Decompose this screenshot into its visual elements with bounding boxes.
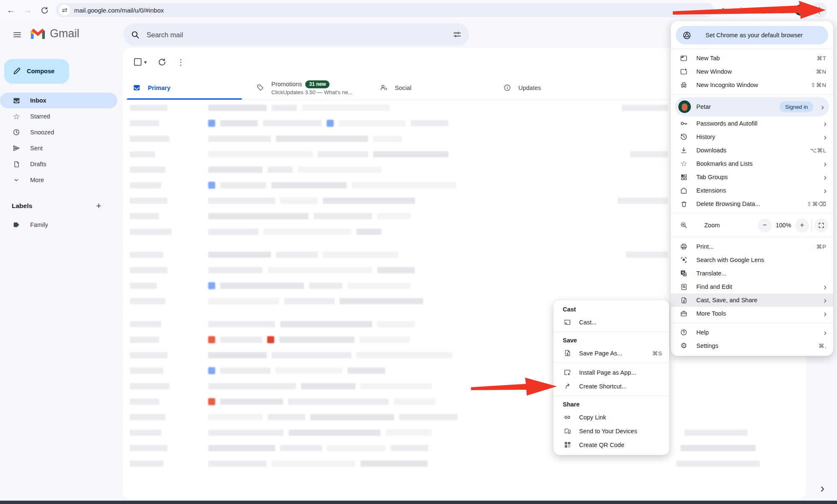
key-icon [679, 120, 688, 127]
zoom-in-button[interactable]: + [795, 219, 809, 232]
primary-tab-icon [132, 84, 141, 92]
menu-item-new-window[interactable]: New Window ⌘N [671, 65, 833, 78]
back-button[interactable]: ← [5, 4, 17, 16]
forward-button[interactable]: → [22, 4, 33, 16]
chevron-down-icon [12, 177, 21, 183]
address-bar[interactable]: mail.google.com/mail/u/0/#inbox [56, 3, 714, 17]
menu-item-help[interactable]: Help › [671, 326, 833, 339]
menu-item-delete-browsing-data[interactable]: Delete Browsing Data... ⇧⌘⌫ [671, 197, 833, 211]
menu-item-history[interactable]: History › [671, 130, 833, 144]
menu-item-passwords-autofill[interactable]: Passwords and Autofill › [671, 117, 833, 130]
menu-item-new-incognito-window[interactable]: New Incognito Window ⇧⌘N [671, 78, 833, 92]
sidebar-item-sent[interactable]: Sent [0, 140, 117, 156]
search-bar[interactable] [124, 23, 469, 46]
briefcase-icon [679, 310, 688, 317]
email-row[interactable] [123, 394, 806, 409]
next-page-button[interactable]: › [814, 480, 831, 496]
menu-item-find-and-edit[interactable]: Find and Edit › [671, 280, 833, 293]
sidebar-item-starred[interactable]: ☆ Starred [0, 108, 117, 124]
menu-item-search-google-lens[interactable]: Search with Google Lens [671, 253, 833, 267]
puzzle-icon [679, 187, 688, 194]
sidebar-item-drafts[interactable]: Drafts [0, 156, 117, 172]
sidebar-label-family[interactable]: Family [0, 217, 113, 233]
extension-button-1[interactable] [757, 4, 769, 16]
menu-item-print[interactable]: Print... ⌘P [671, 240, 833, 253]
menu-item-extensions[interactable]: Extensions › [671, 184, 833, 197]
submenu-item-create-shortcut[interactable]: Create Shortcut... [554, 379, 669, 393]
email-row[interactable] [123, 409, 806, 425]
gmail-logo-text: Gmail [50, 27, 80, 40]
email-row[interactable] [123, 456, 806, 471]
tab-social[interactable]: Social [370, 76, 493, 100]
menu-item-tab-groups[interactable]: Tab Groups › [671, 170, 833, 184]
submenu-item-cast[interactable]: Cast... [554, 315, 669, 329]
bookmark-star-icon: ☆ [737, 5, 745, 15]
create-label-button[interactable]: + [96, 201, 101, 211]
menu-item-new-tab[interactable]: New Tab ⌘T [671, 51, 833, 65]
new-tab-icon [679, 54, 688, 62]
lens-toolbar-button[interactable]: ◈ [717, 4, 729, 16]
menu-item-bookmarks-lists[interactable]: ☆ Bookmarks and Lists › [671, 157, 833, 170]
search-filter-icon[interactable] [453, 31, 461, 39]
sidebar-item-label: Drafts [30, 161, 46, 167]
menu-item-more-tools[interactable]: More Tools › [671, 307, 833, 320]
labels-header: Labels + [0, 198, 113, 214]
sidebar-item-snoozed[interactable]: Snoozed [0, 124, 117, 140]
divider [811, 219, 812, 231]
email-row[interactable] [123, 425, 806, 440]
chevron-right-icon: › [824, 159, 827, 168]
labels-header-label: Labels [12, 202, 32, 210]
reload-button[interactable] [39, 4, 50, 16]
sidebar-item-label: Sent [30, 145, 43, 152]
search-input[interactable] [146, 31, 447, 39]
category-chip [208, 398, 215, 405]
site-settings-icon[interactable] [59, 5, 70, 15]
chevron-right-icon: › [824, 283, 827, 291]
default-browser-banner[interactable]: Set Chrome as your default browser [676, 26, 828, 44]
menu-item-downloads[interactable]: Downloads ⌥⌘L [671, 144, 833, 157]
sidebar-item-inbox[interactable]: Inbox [0, 93, 117, 108]
category-chip [267, 336, 274, 343]
email-row[interactable] [123, 363, 806, 378]
submenu-item-create-qr-code[interactable]: Create QR Code [554, 438, 669, 452]
tab-label: Promotions [271, 81, 302, 87]
fullscreen-icon [818, 222, 824, 229]
zoom-out-button[interactable]: − [758, 219, 772, 232]
select-caret-icon[interactable]: ▾ [144, 59, 147, 65]
menu-item-settings[interactable]: ⚙ Settings ⌘, [671, 339, 833, 352]
submenu-item-install-page-as-app[interactable]: Install Page as App... [554, 365, 669, 379]
main-menu-button[interactable] [8, 25, 27, 44]
tab-label: Updates [518, 85, 541, 91]
submenu-item-send-to-devices[interactable]: Send to Your Devices [554, 424, 669, 438]
sidebar-item-label: More [30, 177, 44, 183]
profile-avatar[interactable] [795, 5, 806, 15]
bookmark-button[interactable]: ☆ [735, 4, 747, 16]
menu-item-cast-save-share[interactable]: Cast, Save, and Share › [671, 293, 833, 307]
tab-updates[interactable]: Updates [493, 76, 617, 100]
shortcut-arrow-icon [563, 383, 572, 390]
chevron-right-icon: › [824, 296, 827, 304]
email-row[interactable] [123, 378, 806, 394]
extension-button-2[interactable] [776, 4, 788, 16]
email-row[interactable] [123, 440, 806, 456]
fullscreen-button[interactable] [814, 219, 828, 232]
browser-menu-button[interactable]: ⋮ [812, 3, 827, 18]
tab-primary[interactable]: Primary [123, 76, 246, 100]
chrome-icon [682, 31, 691, 40]
select-all-checkbox[interactable] [134, 58, 142, 66]
send-icon [12, 144, 21, 152]
compose-button[interactable]: Compose [4, 59, 69, 83]
tab-promotions[interactable]: Promotions 31 new ClickUpdates 3.50 — Wh… [246, 76, 370, 100]
list-more-button[interactable]: ⋮ [177, 57, 185, 67]
menu-item-profile[interactable]: Petar Signed in › [675, 97, 829, 116]
trash-icon [679, 201, 688, 208]
profile-name: Petar [696, 103, 774, 110]
refresh-button[interactable] [158, 58, 166, 66]
sidebar-item-more[interactable]: More [0, 172, 117, 188]
menu-item-translate[interactable]: Translate... [671, 267, 833, 280]
submenu-item-copy-link[interactable]: Copy Link [554, 410, 669, 424]
submenu-divider [554, 396, 669, 396]
submenu-item-save-page-as[interactable]: Save Page As... ⌘S [554, 346, 669, 360]
submenu-section-save: Save [554, 334, 669, 346]
updates-info-icon [502, 84, 512, 92]
